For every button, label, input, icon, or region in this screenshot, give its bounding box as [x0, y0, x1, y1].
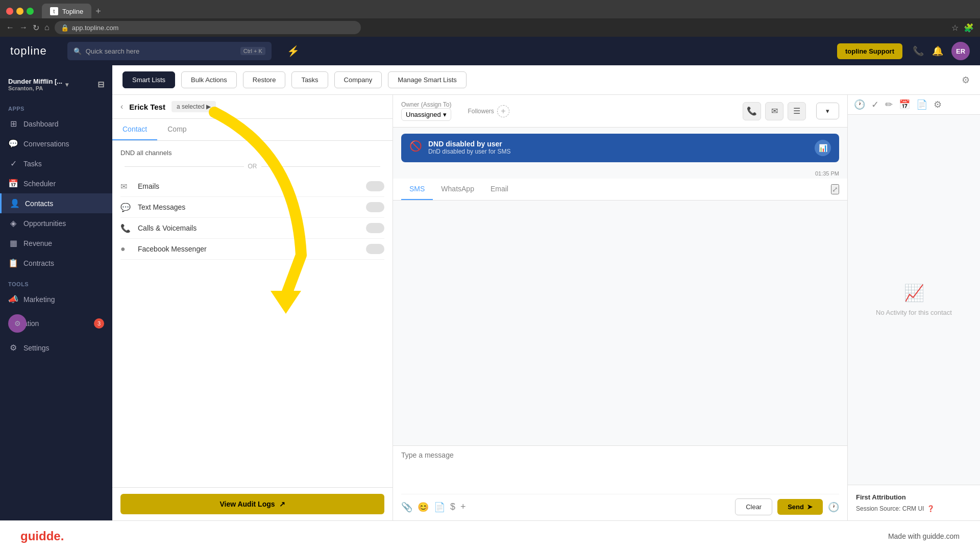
email-toggle[interactable]: [366, 181, 384, 191]
manage-smart-lists-button[interactable]: Manage Smart Lists: [388, 71, 467, 88]
back-button[interactable]: ‹: [120, 102, 123, 111]
edit-icon[interactable]: ✏: [885, 99, 893, 110]
schedule-button[interactable]: 🕐: [828, 502, 839, 513]
bulk-actions-button[interactable]: Bulk Actions: [181, 71, 237, 88]
top-nav: topline 🔍 Quick search here Ctrl + K ⚡ t…: [0, 37, 980, 65]
audit-logs-button[interactable]: View Audit Logs ↗: [120, 494, 384, 514]
list-action-button[interactable]: ☰: [788, 102, 806, 120]
user-avatar[interactable]: ER: [951, 42, 970, 60]
restore-button[interactable]: Restore: [243, 71, 286, 88]
chat-tab-email[interactable]: Email: [482, 179, 517, 200]
dashboard-icon: ⊞: [8, 119, 18, 129]
sidebar-item-tasks[interactable]: ✓ Tasks: [0, 154, 112, 173]
smart-lists-button[interactable]: Smart Lists: [122, 71, 175, 88]
clear-button[interactable]: Clear: [735, 498, 772, 515]
document-button[interactable]: 📄: [434, 502, 445, 513]
emoji-button[interactable]: 😊: [418, 502, 429, 513]
refresh-button[interactable]: ↻: [33, 23, 39, 33]
no-activity-section: 📈 No Activity for this contact: [848, 115, 980, 485]
document-icon[interactable]: 📄: [916, 99, 927, 110]
apps-section-label: Apps: [0, 102, 112, 114]
expand-contact-button[interactable]: ▾: [816, 103, 839, 119]
contact-header: Owner (Assign To) Unassigned ▾ Followers…: [393, 95, 847, 128]
sidebar-item-label: Conversations: [23, 140, 69, 148]
tasks-button[interactable]: Tasks: [291, 71, 328, 88]
close-dot[interactable]: [6, 8, 13, 15]
activity-icon[interactable]: 🕐: [854, 99, 865, 110]
attachment-button[interactable]: 📎: [401, 502, 412, 513]
filter-content: DND all channels OR ✉ Emails 💬 Text Mess…: [112, 141, 393, 487]
marketing-icon: 📣: [8, 294, 18, 304]
tasks-icon[interactable]: ✓: [871, 99, 879, 110]
browser-tab[interactable]: t Topline: [42, 4, 91, 19]
dollar-button[interactable]: $: [450, 502, 455, 512]
company-button[interactable]: Company: [334, 71, 382, 88]
sidebar-item-conversations[interactable]: 💬 Conversations: [0, 134, 112, 154]
support-button[interactable]: topline Support: [837, 43, 902, 59]
plus-button[interactable]: +: [460, 502, 466, 512]
sidebar-item-automation[interactable]: ⚙ ation 3: [0, 309, 112, 338]
external-link-icon: ↗: [279, 500, 285, 508]
phone-icon[interactable]: 📞: [913, 45, 924, 57]
chat-tab-whatsapp[interactable]: WhatsApp: [433, 179, 482, 200]
automation-badge: 3: [94, 318, 104, 329]
owner-dropdown[interactable]: Unassigned ▾: [401, 108, 451, 121]
sidebar-item-dashboard[interactable]: ⊞ Dashboard: [0, 114, 112, 134]
message-time: 01:35 PM: [393, 168, 847, 179]
sidebar-item-label: Revenue: [23, 239, 52, 247]
send-button[interactable]: Send ➤: [777, 499, 823, 515]
forward-button[interactable]: →: [19, 23, 28, 32]
guidde-tagline: Made with guidde.com: [888, 532, 960, 540]
dnd-banner: 🚫 DND disabled by user DnD disabled by u…: [401, 134, 839, 162]
calendar-icon[interactable]: 📅: [899, 99, 910, 110]
middle-panel: Owner (Assign To) Unassigned ▾ Followers…: [393, 95, 847, 520]
sidebar-item-contacts[interactable]: 👤 Contacts: [0, 193, 112, 213]
address-bar[interactable]: 🔒 app.topline.com: [55, 21, 361, 34]
sidebar-item-marketing[interactable]: 📣 Marketing: [0, 289, 112, 309]
message-input[interactable]: [401, 451, 839, 492]
extensions-button[interactable]: 🧩: [964, 23, 974, 33]
add-follower-button[interactable]: +: [497, 105, 509, 117]
panel-footer: View Audit Logs ↗: [112, 487, 393, 520]
phone-action-button[interactable]: 📞: [743, 102, 761, 120]
sidebar-item-opportunities[interactable]: ◈ Opportunities: [0, 213, 112, 233]
tab-contact[interactable]: Contact: [112, 119, 157, 140]
sidebar-item-label: Contacts: [25, 199, 53, 208]
maximize-dot[interactable]: [27, 8, 34, 15]
chat-tab-sms[interactable]: SMS: [401, 179, 433, 200]
minimize-dot[interactable]: [16, 8, 23, 15]
help-icon[interactable]: ❓: [927, 505, 935, 512]
email-action-button[interactable]: ✉: [765, 102, 783, 120]
email-filter-icon: ✉: [120, 182, 133, 191]
settings-panel-icon[interactable]: ⚙: [934, 99, 942, 110]
new-tab-button[interactable]: +: [95, 6, 101, 17]
expand-chat-button[interactable]: ⤢: [831, 184, 839, 194]
sidebar-item-settings[interactable]: ⚙ Settings: [0, 338, 112, 358]
revenue-icon: ▦: [8, 238, 18, 248]
facebook-toggle[interactable]: [366, 244, 384, 254]
bell-icon[interactable]: 🔔: [932, 45, 943, 57]
workspace-selector[interactable]: Dunder Mifflin [... Scranton, PA ▾ ⊟: [0, 73, 112, 95]
tab-company[interactable]: Comp: [157, 119, 197, 140]
sidebar-item-contracts[interactable]: 📋 Contracts: [0, 253, 112, 273]
toolbar-gear-button[interactable]: ⚙: [962, 74, 970, 86]
sidebar-item-revenue[interactable]: ▦ Revenue: [0, 233, 112, 253]
back-button[interactable]: ←: [6, 23, 14, 32]
right-panel-icons: 🕐 ✓ ✏ 📅 📄 ⚙: [848, 95, 980, 115]
tab-favicon: t: [50, 7, 58, 15]
sidebar-item-label: Contracts: [23, 259, 54, 267]
contracts-icon: 📋: [8, 258, 18, 268]
owner-label: Owner (Assign To): [401, 101, 451, 108]
calls-toggle[interactable]: [366, 223, 384, 233]
text-filter-icon: 💬: [120, 203, 133, 212]
sidebar: Dunder Mifflin [... Scranton, PA ▾ ⊟ App…: [0, 65, 112, 520]
search-bar[interactable]: 🔍 Quick search here Ctrl + K: [67, 42, 272, 60]
lightning-button[interactable]: ⚡: [287, 45, 300, 57]
sidebar-item-label: Marketing: [23, 295, 55, 304]
sidebar-toggle-icon[interactable]: ⊟: [97, 80, 104, 89]
guidde-footer: guidde. Made with guidde.com: [0, 520, 980, 551]
home-button[interactable]: ⌂: [44, 23, 50, 32]
text-toggle[interactable]: [366, 202, 384, 212]
bookmark-button[interactable]: ☆: [951, 23, 959, 33]
sidebar-item-scheduler[interactable]: 📅 Scheduler: [0, 173, 112, 193]
